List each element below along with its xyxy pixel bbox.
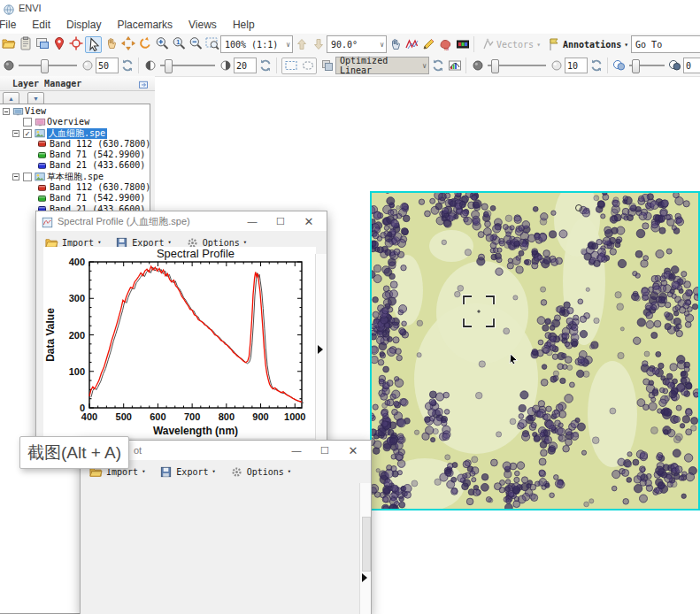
- plot-side-panel-scrollbar[interactable]: [315, 254, 327, 449]
- link-views-icon[interactable]: [319, 58, 335, 73]
- histogram-stretch-icon[interactable]: [447, 58, 462, 73]
- app-title: ENVI: [19, 3, 42, 13]
- contrast-reset-icon[interactable]: [258, 58, 273, 73]
- pan-grab-icon[interactable]: [388, 37, 403, 52]
- tree-item-raster[interactable]: 草本细胞.spe: [47, 172, 104, 182]
- zoom-level-combo[interactable]: 100% (1:1)∨: [220, 35, 293, 53]
- svg-text:500: 500: [116, 411, 132, 422]
- layer-visibility-checkbox[interactable]: [23, 118, 32, 127]
- layer-visibility-checkbox[interactable]: [23, 173, 32, 181]
- chip-icon[interactable]: [35, 36, 50, 51]
- sharpen-reset-icon[interactable]: [588, 58, 604, 73]
- stretch-type-value: Optimized Linear: [340, 56, 419, 75]
- tree-expand-toggle[interactable]: [12, 173, 19, 180]
- layer-visibility-checkbox[interactable]: ✓: [23, 129, 32, 138]
- brightness-input[interactable]: [96, 58, 119, 73]
- annotations-label: Annotations: [563, 40, 621, 50]
- brightness-slider[interactable]: [17, 58, 79, 73]
- scrollbar-thumb[interactable]: [362, 517, 371, 572]
- sharpen-input[interactable]: [565, 58, 588, 73]
- transparency-slider[interactable]: [627, 58, 666, 73]
- arrow-down-disabled-icon[interactable]: [311, 37, 326, 52]
- roi-tool-icon[interactable]: roi: [438, 37, 453, 52]
- menu-file[interactable]: File: [0, 17, 24, 33]
- open-folder-icon[interactable]: [1, 36, 16, 51]
- tree-item-view[interactable]: View: [25, 106, 46, 117]
- zoom-actual-icon[interactable]: 1: [171, 36, 186, 51]
- fly-icon[interactable]: [120, 36, 135, 51]
- maximize-button[interactable]: ☐: [266, 211, 295, 231]
- contrast-slider[interactable]: [158, 58, 217, 73]
- zoom-level-value: 100% (1:1): [225, 40, 278, 50]
- menu-views[interactable]: Views: [181, 17, 225, 33]
- plot-side-panel-scrollbar[interactable]: [359, 483, 371, 614]
- vectors-icon: [481, 37, 496, 52]
- contrast-input[interactable]: [234, 58, 257, 73]
- minimize-button[interactable]: —: [238, 211, 266, 231]
- close-button[interactable]: ✕: [339, 441, 367, 460]
- options-menu[interactable]: Options▾: [230, 465, 291, 479]
- tree-band-item[interactable]: Band 112 (630.7800): [50, 139, 150, 150]
- svg-text:0: 0: [80, 403, 85, 413]
- zoom-out-icon[interactable]: [188, 36, 203, 51]
- band-color-chip: [38, 141, 46, 147]
- svg-text:700: 700: [184, 411, 200, 422]
- tree-band-item[interactable]: Band 71 (542.9900): [50, 193, 145, 203]
- tree-band-item[interactable]: Band 112 (630.7800): [50, 182, 150, 193]
- svg-text:400: 400: [69, 257, 85, 267]
- tree-item-overview[interactable]: Overview: [47, 117, 89, 127]
- stretch-type-combo[interactable]: Optimized Linear∨: [335, 57, 429, 74]
- pan-hand-icon[interactable]: [104, 36, 119, 51]
- vectors-dropdown[interactable]: Vectors▾: [477, 37, 543, 52]
- spectral-window-titlebar[interactable]: Spectral Profile (人血细胞.spe) — ☐ ✕: [36, 211, 327, 232]
- transparency-input[interactable]: [683, 58, 700, 73]
- menu-placemarks[interactable]: Placemarks: [109, 17, 181, 33]
- undock-icon[interactable]: [138, 78, 150, 89]
- spectral-profile-chart[interactable]: Spectral Profile400500600700800900100001…: [43, 247, 316, 438]
- orbit-icon[interactable]: [137, 36, 152, 51]
- polyline-icon[interactable]: [404, 37, 419, 52]
- annotations-dropdown[interactable]: Annotations▾: [543, 37, 631, 52]
- image-view[interactable]: [370, 191, 700, 510]
- tree-expand-toggle[interactable]: [12, 130, 19, 137]
- lut-icon[interactable]: [455, 37, 470, 52]
- stretch-on-roi-icon[interactable]: [300, 58, 315, 73]
- menu-display[interactable]: Display: [58, 17, 109, 33]
- menu-edit[interactable]: Edit: [24, 17, 58, 33]
- stretch-reset-icon[interactable]: [430, 58, 445, 73]
- maximize-button[interactable]: ☐: [311, 441, 339, 460]
- sharpen-slider[interactable]: [486, 58, 548, 73]
- menu-help[interactable]: Help: [225, 17, 263, 33]
- plot-window-2-title: ot: [134, 445, 142, 456]
- svg-text:300: 300: [69, 293, 85, 303]
- tree-band-item[interactable]: Band 21 (433.6600): [50, 160, 145, 171]
- contrast-high-icon: [218, 58, 233, 73]
- zoom-rect-icon[interactable]: [204, 36, 219, 51]
- transparency-high-icon: [667, 58, 682, 73]
- expand-panel-arrow-icon[interactable]: [318, 345, 323, 354]
- placemark-icon[interactable]: [51, 36, 66, 51]
- pencil-profile-icon[interactable]: [421, 37, 436, 52]
- sharpen-low-icon: [470, 58, 485, 73]
- zoom-in-icon[interactable]: [154, 36, 169, 51]
- select-cursor-icon[interactable]: [85, 36, 102, 53]
- rotation-combo[interactable]: 90.0°∨: [327, 35, 387, 53]
- separator: [473, 36, 474, 52]
- envi-logo-icon: [4, 3, 14, 13]
- separator: [607, 58, 608, 73]
- minimize-button[interactable]: —: [282, 441, 311, 460]
- arrow-up-disabled-icon[interactable]: [294, 37, 309, 52]
- crosshair-icon[interactable]: [68, 36, 83, 51]
- export-menu[interactable]: Export▾: [159, 465, 215, 479]
- tree-item-raster[interactable]: 人血细胞.spe: [47, 128, 107, 139]
- goto-combo[interactable]: Go To∨: [631, 35, 700, 53]
- expand-panel-arrow-icon[interactable]: [362, 573, 367, 582]
- screenshot-tooltip-text: 截图(Alt + A): [27, 441, 121, 464]
- close-button[interactable]: ✕: [295, 211, 323, 231]
- tree-band-item[interactable]: Band 71 (542.9900): [50, 150, 145, 160]
- stretch-on-view-icon[interactable]: [283, 58, 298, 73]
- paste-icon[interactable]: [18, 36, 33, 51]
- tree-expand-toggle[interactable]: [3, 108, 10, 115]
- separator: [465, 58, 466, 73]
- brightness-reset-icon[interactable]: [119, 58, 135, 73]
